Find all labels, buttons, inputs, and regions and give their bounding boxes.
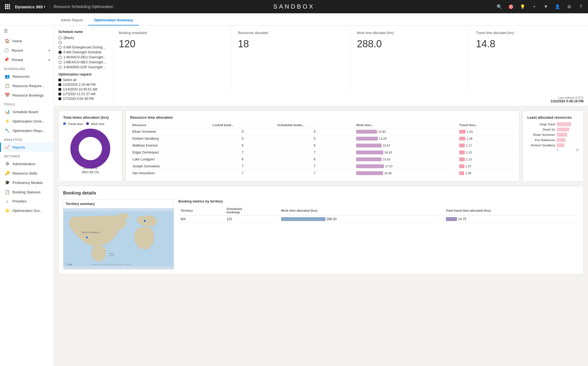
filter-icon[interactable]: ▼	[542, 3, 550, 11]
booking-details-card: Booking details Territory summary	[58, 186, 584, 274]
search-icon[interactable]: 🔍	[495, 3, 503, 11]
sidebar-item-home[interactable]: 🏠 Home	[0, 36, 54, 46]
kpi-resources-label: Resources allocated	[238, 31, 343, 35]
radio-madrid-icon	[58, 66, 62, 69]
metrics-col-travel: Total travel time allocated (hrs)	[444, 206, 579, 215]
schedule-wa-emergencies[interactable]: 0-WA Emergencies During ...	[58, 45, 107, 49]
least-bar-row: Norbert Sandberg	[527, 143, 579, 147]
sidebar-item-priorities[interactable]: ↕ Priorities	[0, 197, 54, 206]
sidebar-item-optimization-schedule[interactable]: ⚡ Optimization Sche...	[0, 116, 54, 126]
waffle-icon[interactable]	[3, 2, 12, 11]
tab-optimization-summary[interactable]: Optimization Summary	[88, 15, 139, 25]
booking-metrics-section: Booking metrics by territory Territory S…	[178, 199, 579, 269]
reports-icon: 📈	[5, 145, 10, 150]
lightbulb-icon[interactable]: 💡	[519, 3, 527, 11]
work-bar	[281, 217, 325, 221]
filter-panel: Schedule name (Blank) 0-WA Emergencies D…	[54, 25, 112, 106]
schedule-blank[interactable]: (Blank)	[58, 36, 107, 40]
least-name: Efrain Schreiner	[527, 133, 555, 136]
kpi-work-value: 288.0	[357, 38, 463, 50]
resources-icon: 👥	[5, 74, 10, 79]
help-icon[interactable]: ?	[577, 3, 585, 11]
analytics-section-label: Analytics	[0, 135, 54, 142]
least-allocated-title: Least allocated resources	[527, 115, 579, 120]
opt-request-label: Optimization request	[58, 72, 107, 76]
sidebar-item-pinned[interactable]: 📌 Pinned ▾	[0, 55, 54, 64]
opt-req-3[interactable]: 1/7/2020 11:21:37 AM	[58, 92, 107, 96]
schedule-madrid[interactable]: 3-MADRID-ESP Overnight ...	[58, 65, 107, 69]
charts-row: Total times allocation (hrs) Travel time…	[58, 111, 584, 181]
kpi-cards: Booking scheduled 120 Resources allocate…	[112, 25, 588, 93]
schedule-mexico[interactable]: 2-MEXICO-MEX Overnight ...	[58, 60, 107, 64]
res-locked: 7	[210, 149, 275, 156]
kpi-work-time: Work time allocated (hrs) 288.0	[350, 25, 469, 93]
least-bar-row: Jorge Gault	[527, 122, 579, 126]
sidebar-item-optimization-request[interactable]: 🔧 Optimization Requ...	[0, 126, 54, 135]
sidebar-item-schedule-board[interactable]: 📊 Schedule Board	[0, 107, 54, 116]
topbar-actions: 🔍 🎯 💡 + ▼ 👤 ⚙ ?	[495, 3, 585, 11]
kpi-booking-scheduled: Booking scheduled 120	[112, 25, 231, 93]
sidebar-item-resource-requirements[interactable]: 📋 Resource Require...	[0, 81, 54, 90]
least-name: David So	[527, 128, 555, 131]
app-chevron-icon: ▾	[44, 5, 45, 8]
schedule-empty[interactable]	[58, 41, 107, 44]
svg-rect-5	[9, 6, 10, 7]
sidebar-item-proficiency-models[interactable]: 🎓 Proficiency Models	[0, 178, 54, 187]
svg-text:Atlantic: Atlantic	[109, 253, 114, 254]
kpi-booking-label: Booking scheduled	[119, 31, 224, 35]
sidebar-item-booking-statuses[interactable]: 📋 Booking Statuses	[0, 187, 54, 197]
res-travel-bar: 1.07	[457, 163, 515, 170]
sidebar-item-optimization-score[interactable]: ⭐ Optimization Sco...	[0, 206, 54, 215]
total-times-title: Total times allocation (hrs)	[63, 115, 117, 120]
res-travel-bar: 1.28	[457, 135, 515, 142]
sidebar-item-resources[interactable]: 👥 Resources	[0, 72, 54, 81]
sidebar-item-resource-bookings[interactable]: 📅 Resource Bookings	[0, 90, 54, 100]
res-locked: 6	[210, 156, 275, 163]
sidebar-item-recent[interactable]: 🕐 Recent ▾	[0, 46, 54, 55]
resource-table-row: Luke Lundgren 6 6 15.63 1.13	[130, 156, 515, 163]
res-work-bar: 16.55	[354, 170, 457, 177]
res-name: Efrain Schreiner	[130, 128, 210, 135]
target-icon[interactable]: 🎯	[507, 3, 515, 11]
proficiency-icon: 🎓	[5, 180, 10, 185]
opt-select-all[interactable]: Select all	[58, 78, 107, 82]
sidebar-item-reports[interactable]: 📈 Reports	[0, 142, 54, 152]
res-work-bar: 17.07	[354, 163, 457, 170]
page-name: Resource Scheduling Optimization	[50, 4, 113, 9]
least-alloc-bars: Jorge Gault David So Efrain Schreiner Kr…	[527, 122, 579, 147]
res-scheduled: 7	[275, 149, 354, 156]
radio-wa-overnight-icon	[58, 51, 62, 54]
work-label: 288.0 (95.1%)	[63, 171, 117, 174]
sidebar-item-administration[interactable]: ⚙ Administration	[0, 159, 54, 168]
svg-rect-0	[5, 4, 6, 6]
add-icon[interactable]: +	[530, 3, 538, 11]
booking-row: Territory summary	[63, 199, 579, 269]
svg-rect-6	[5, 8, 6, 9]
res-work-bar: 12.83	[354, 128, 457, 135]
total-times-card: Total times allocation (hrs) Travel time…	[58, 111, 122, 181]
res-name: Edgar Dominquez	[130, 149, 210, 156]
res-scheduled: 6	[275, 142, 354, 149]
kpi-work-label: Work time allocated (hrs)	[357, 31, 463, 35]
app-name[interactable]: Dynamics 365 ▾	[15, 4, 45, 9]
resource-time-card: Resource time allocation Resource Locked…	[125, 111, 519, 181]
col-travel: Travel time...	[457, 122, 515, 128]
requirements-icon: 📋	[5, 83, 10, 88]
least-alloc-axis: 0 10	[527, 149, 579, 152]
travel-dot	[63, 122, 66, 125]
tab-admin-report[interactable]: Admin Report	[55, 15, 88, 25]
user-icon[interactable]: 👤	[554, 3, 561, 11]
sidebar-item-resource-skills[interactable]: 🔑 Resource Skills	[0, 168, 54, 178]
resource-table-row: Matthew Everson 6 6 15.67 1.17	[130, 142, 515, 149]
svg-rect-4	[7, 6, 8, 7]
schedule-munich[interactable]: 1-MUNICH-DEU Overnight...	[58, 55, 107, 59]
settings-icon[interactable]: ⚙	[565, 3, 573, 11]
res-name: Luke Lundgren	[130, 156, 210, 163]
sidebar-toggle[interactable]: ☰	[0, 25, 54, 36]
opt-req-4[interactable]: 1/7/2020 4:54:39 PM	[58, 97, 107, 101]
schedule-wa-overnight[interactable]: 0-WA Overnight Schedule	[58, 50, 107, 54]
kpi-travel-value: 14.8	[476, 38, 581, 50]
metrics-col-scheduled: Scheduledbookings	[224, 206, 279, 215]
opt-req-1[interactable]: 1/10/2020 2:16:48 PM	[58, 83, 107, 87]
opt-req-2[interactable]: 1/14/2020 10:45:51 AM	[58, 87, 107, 91]
